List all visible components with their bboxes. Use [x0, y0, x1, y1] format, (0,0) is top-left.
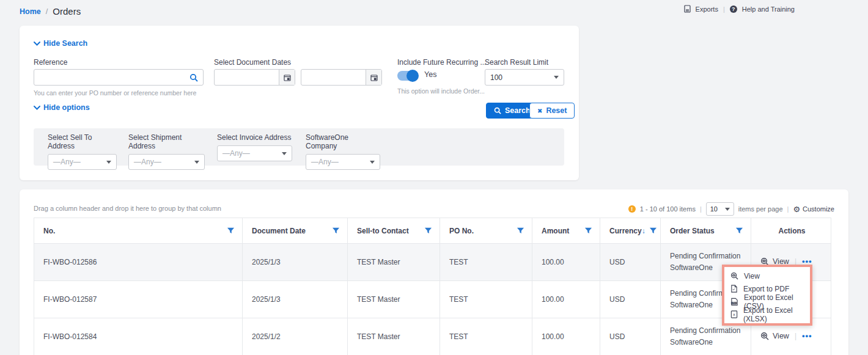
date-to-input[interactable] [301, 69, 382, 86]
result-limit-select[interactable]: 100 [485, 69, 564, 86]
menu-item-label: Export to PDF [743, 285, 789, 293]
menu-item-label: View [744, 272, 760, 280]
search-button-label: Search [505, 106, 531, 115]
menu-item-export-xlsx[interactable]: x Export to Excel (XLSX) [724, 308, 810, 321]
customize-label: Customize [803, 205, 834, 213]
table-row[interactable]: FI-WBO-012586 2025/1/3 TEST Master TEST … [34, 244, 831, 281]
table-row[interactable]: FI-WBO-012587 2025/1/3 TEST Master TEST … [34, 281, 831, 318]
x-icon: ✖ [537, 108, 542, 114]
softwareone-company-value: —Any— [311, 158, 339, 166]
shipment-address-select[interactable]: —Any— [128, 154, 205, 170]
column-label: Sell-to Contact [357, 227, 409, 235]
result-limit-warning-icon: ! [628, 205, 636, 213]
hide-search-toggle[interactable]: Hide Search [34, 39, 87, 48]
cell-no: FI-WBO-012584 [34, 318, 243, 355]
cell-po-no: TEST [440, 244, 532, 281]
filter-icon[interactable] [424, 227, 432, 235]
column-header-currency[interactable]: Currency ↓ [600, 218, 661, 244]
filter-icon[interactable] [735, 227, 743, 235]
reference-input[interactable] [34, 69, 204, 86]
reference-helper-text: You can enter your PO number or referenc… [34, 89, 196, 97]
hide-search-label: Hide Search [43, 39, 87, 48]
page-size-select[interactable]: 10 [706, 202, 734, 216]
filter-icon[interactable] [332, 227, 340, 235]
toggle-knob [406, 70, 419, 82]
calendar-icon[interactable] [279, 70, 295, 85]
more-actions-button[interactable]: ••• [802, 331, 812, 340]
xlsx-file-icon: x [730, 310, 738, 318]
shipment-address-label: Select Shipment Address [128, 133, 205, 150]
column-label: Actions [778, 227, 805, 235]
customize-button[interactable]: ⚙ Customize [793, 205, 834, 213]
help-icon: ? [730, 5, 737, 13]
gear-icon: ⚙ [793, 205, 800, 213]
per-page-label: items per page [738, 205, 783, 213]
pager-divider: | [700, 205, 702, 213]
topbar-divider: | [723, 5, 725, 13]
cell-po-no: TEST [440, 281, 532, 318]
cell-sell-to-contact: TEST Master [348, 244, 440, 281]
column-header-no[interactable]: No. [34, 218, 243, 244]
result-limit-label: Search Result Limit [485, 58, 548, 67]
search-panel: Hide Search Reference You can enter your… [20, 26, 579, 180]
exports-link[interactable]: Exports [696, 5, 718, 13]
pager: ! 1 - 10 of 100 items | 10 items per pag… [628, 202, 834, 216]
help-and-training-link[interactable]: Help and Training [742, 5, 795, 13]
future-recurring-label: Include Future Recurring ... [397, 58, 486, 67]
svg-text:CSV: CSV [732, 302, 736, 304]
page-title: Orders [53, 6, 81, 16]
cell-amount: 100.00 [532, 318, 600, 355]
document-dates-label: Select Document Dates [214, 58, 291, 67]
column-label: Amount [542, 227, 569, 235]
calendar-icon[interactable] [366, 70, 381, 85]
breadcrumb: Home / Orders [20, 6, 81, 16]
chevron-down-icon [106, 161, 111, 164]
softwareone-company-select[interactable]: —Any— [306, 154, 380, 170]
filter-icon[interactable] [517, 227, 524, 235]
future-recurring-toggle[interactable] [397, 71, 418, 81]
cell-currency: USD [600, 318, 661, 355]
future-recurring-state: Yes [424, 70, 436, 79]
sell-to-address-select[interactable]: —Any— [48, 154, 117, 170]
chevron-down-icon [370, 161, 375, 164]
column-header-amount[interactable]: Amount [532, 218, 600, 244]
chevron-down-icon [282, 152, 287, 155]
reference-label: Reference [34, 58, 67, 67]
exports-icon [684, 5, 691, 13]
view-label: View [773, 332, 789, 340]
orders-table: No. Document Date Sell-to Contact PO No.… [34, 218, 831, 355]
menu-item-view[interactable]: View [724, 269, 810, 282]
column-header-po-no[interactable]: PO No. [440, 218, 532, 244]
chevron-down-icon [194, 161, 199, 164]
invoice-address-label: Select Invoice Address [217, 133, 292, 142]
column-header-sell-to-contact[interactable]: Sell-to Contact [348, 218, 440, 244]
sort-desc-icon: ↓ [642, 227, 645, 235]
hide-options-label: Hide options [43, 103, 90, 112]
filter-icon[interactable] [584, 227, 592, 235]
invoice-address-select[interactable]: —Any— [217, 145, 292, 161]
filter-icon[interactable] [227, 227, 235, 235]
table-row[interactable]: FI-WBO-012584 2025/1/2 TEST Master TEST … [34, 318, 831, 355]
shipment-address-value: —Any— [134, 158, 161, 166]
breadcrumb-separator: / [46, 7, 48, 16]
filter-icon[interactable] [649, 227, 657, 235]
chevron-down-icon [34, 42, 40, 46]
sell-to-address-value: —Any— [53, 158, 81, 166]
reset-button[interactable]: ✖ Reset [529, 103, 575, 119]
cell-currency: USD [600, 244, 661, 281]
column-header-order-status[interactable]: Order Status [661, 218, 751, 244]
hide-options-toggle[interactable]: Hide options [34, 103, 90, 112]
cell-amount: 100.00 [532, 281, 600, 318]
table-header-row: No. Document Date Sell-to Contact PO No.… [34, 218, 831, 244]
group-drop-hint: Drag a column header and drop it here to… [34, 205, 221, 212]
chevron-down-icon [554, 76, 559, 79]
breadcrumb-home-link[interactable]: Home [20, 7, 41, 16]
column-header-document-date[interactable]: Document Date [243, 218, 348, 244]
cell-sell-to-contact: TEST Master [348, 318, 440, 355]
actions-divider: | [795, 332, 796, 340]
view-button[interactable]: View [760, 332, 789, 340]
date-from-input[interactable] [214, 69, 295, 86]
cell-currency: USD [600, 281, 661, 318]
sell-to-address-label: Select Sell To Address [48, 133, 117, 150]
search-icon[interactable] [189, 73, 203, 82]
